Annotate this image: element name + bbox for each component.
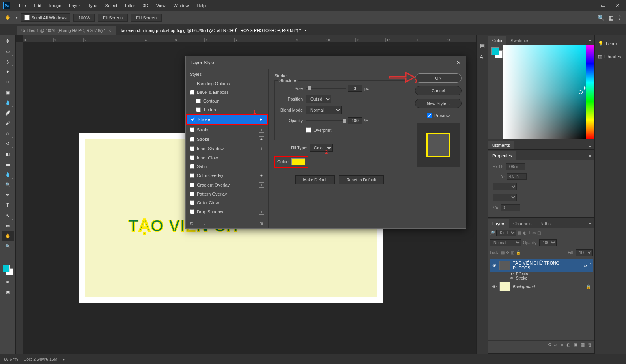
opacity-input[interactable]	[348, 117, 362, 124]
preview-checkbox[interactable]	[427, 113, 432, 118]
new-style-button[interactable]: New Style...	[415, 99, 462, 108]
lasso-tool[interactable]: ⟆	[2, 57, 14, 66]
effect-down-icon[interactable]: ↓	[203, 221, 206, 226]
menu-window[interactable]: Window	[169, 2, 192, 9]
opacity-slider-handle[interactable]	[343, 119, 346, 123]
layer-opacity-input[interactable]: 100%	[539, 239, 557, 246]
overprint-checkbox[interactable]	[306, 127, 311, 133]
hand-tool[interactable]: ✋	[2, 231, 14, 241]
fill-opacity-input[interactable]: 100%	[576, 249, 593, 256]
delete-layer-icon[interactable]: 🗑	[588, 342, 592, 347]
layers-menu-icon[interactable]: ≡	[586, 220, 594, 228]
crop-tool[interactable]: ✂	[2, 77, 14, 87]
blend-mode-select[interactable]: Normal	[490, 239, 521, 246]
hue-slider[interactable]	[586, 45, 594, 139]
effect-add-icon[interactable]: +	[259, 136, 264, 142]
document-tab-1[interactable]: Untitled-1 @ 100% (Hoàng Hà PC, RGB/8#) …	[17, 26, 116, 35]
effect-item-bevel-emboss[interactable]: Bevel & Emboss	[186, 88, 268, 97]
dialog-close-button[interactable]: ✕	[456, 60, 461, 66]
layer-text[interactable]: 👁 T TẠO VIỀN CHỮ TRONG PHOTOSH... fx ˆ	[490, 259, 593, 272]
fill-type-select[interactable]: Color	[310, 144, 333, 152]
effect-checkbox[interactable]	[190, 90, 194, 95]
position-select[interactable]: Outside	[306, 95, 331, 103]
effect-add-icon[interactable]: +	[259, 146, 264, 151]
fill-screen-button[interactable]: Fill Screen	[131, 14, 162, 22]
minimize-button[interactable]: —	[583, 2, 594, 8]
shape-tool[interactable]: ▭	[2, 221, 14, 230]
menu-view[interactable]: View	[152, 2, 170, 9]
effect-item-satin[interactable]: Satin	[186, 162, 268, 171]
healing-brush-tool[interactable]: 🩹	[2, 108, 14, 118]
kind-filter-icon[interactable]: 🔎	[490, 231, 495, 235]
menu-filter[interactable]: Filter	[121, 2, 138, 9]
fg-color-mini[interactable]	[491, 47, 499, 55]
effect-checkbox[interactable]	[190, 173, 194, 178]
effect-checkbox[interactable]	[190, 146, 194, 151]
fit-screen-button[interactable]: Fit Screen	[98, 14, 128, 22]
eraser-tool[interactable]: ◧	[2, 149, 14, 159]
tab-2-close-icon[interactable]: ×	[304, 28, 306, 33]
screen-mode-toggle[interactable]: ▣	[2, 287, 14, 297]
effect-checkbox[interactable]	[190, 192, 194, 196]
document-size[interactable]: Doc: 2.64M/6.15M	[24, 357, 58, 362]
effect-add-icon[interactable]: +	[259, 173, 264, 178]
effect-checkbox[interactable]	[190, 155, 194, 160]
lock-all-icon[interactable]: 🔒	[516, 250, 521, 255]
menu-file[interactable]: File	[15, 2, 30, 9]
effect-checkbox[interactable]	[190, 200, 194, 205]
lock-position-icon[interactable]: ✜	[506, 250, 509, 255]
quick-mask-toggle[interactable]: ◙	[2, 277, 14, 286]
adjustments-menu-icon[interactable]: ≡	[586, 142, 594, 149]
effect-delete-icon[interactable]: 🗑	[260, 221, 264, 226]
libraries-panel-button[interactable]: ▥ Libraries	[595, 51, 626, 62]
effect-item-inner-shadow[interactable]: Inner Shadow+	[186, 144, 268, 153]
menu-type[interactable]: Type	[84, 2, 101, 9]
gradient-tool[interactable]: ▬	[2, 159, 14, 169]
character-panel-icon[interactable]: A|	[480, 54, 484, 60]
font-style-select[interactable]	[493, 194, 517, 201]
document-tab-2[interactable]: tao-vien-chu-trong-photoshop-5.jpg @ 66.…	[116, 26, 312, 35]
hue-slider-handle[interactable]	[584, 86, 586, 90]
effect-checkbox[interactable]	[190, 183, 194, 187]
color-panel-menu-icon[interactable]: ≡	[586, 37, 594, 45]
effect-up-icon[interactable]: ↑	[197, 221, 200, 226]
effect-add-icon[interactable]: +	[259, 127, 264, 133]
effect-item-contour[interactable]: Contour	[186, 97, 268, 105]
layer-style-icon[interactable]: fx	[554, 342, 558, 347]
properties-menu-icon[interactable]: ≡	[586, 152, 594, 160]
effect-item-stroke[interactable]: Stroke+	[186, 114, 268, 125]
filter-type-icon[interactable]: T	[528, 231, 531, 235]
filter-shape-icon[interactable]: ▭	[532, 231, 536, 235]
effects-visibility-icon[interactable]: 👁	[510, 272, 514, 276]
maximize-button[interactable]: ▭	[598, 2, 609, 8]
frame-tool[interactable]: ▣	[2, 88, 14, 97]
history-panel-icon[interactable]: ▤	[480, 43, 485, 49]
zoom-percent-button[interactable]: 100%	[73, 14, 95, 22]
hand-tool-icon[interactable]: ✋	[3, 13, 13, 22]
edit-toolbar[interactable]: ⋯	[2, 252, 14, 261]
foreground-color-swatch[interactable]	[3, 265, 10, 272]
stroke-visibility-icon[interactable]: 👁	[510, 276, 514, 280]
effect-add-icon[interactable]: +	[259, 209, 264, 215]
effect-checkbox[interactable]	[190, 209, 194, 214]
y-input[interactable]	[507, 173, 527, 180]
color-swatches[interactable]	[2, 264, 14, 276]
ok-button[interactable]: OK	[415, 73, 462, 83]
size-slider[interactable]	[306, 88, 346, 89]
effect-item-gradient-overlay[interactable]: Gradient Overlay+	[186, 180, 268, 190]
menu-3d[interactable]: 3D	[139, 2, 152, 9]
styles-header[interactable]: Styles	[186, 69, 268, 79]
effect-item-color-overlay[interactable]: Color Overlay+	[186, 171, 268, 180]
effect-item-blending-options[interactable]: Blending Options	[186, 79, 268, 88]
reset-default-button[interactable]: Reset to Default	[339, 175, 383, 184]
layer-fx-icon[interactable]: fx	[584, 263, 588, 268]
lock-pixels-icon[interactable]: ▦	[501, 250, 505, 255]
effect-item-drop-shadow[interactable]: Drop Shadow+	[186, 207, 268, 217]
fx-icon[interactable]: fx	[190, 221, 193, 226]
menu-help[interactable]: Help	[193, 2, 210, 9]
effect-checkbox[interactable]	[190, 137, 194, 142]
layer-mask-icon[interactable]: ◙	[561, 342, 563, 347]
effect-checkbox[interactable]	[196, 99, 201, 103]
size-slider-handle[interactable]	[308, 86, 311, 90]
h-input[interactable]	[506, 163, 525, 170]
